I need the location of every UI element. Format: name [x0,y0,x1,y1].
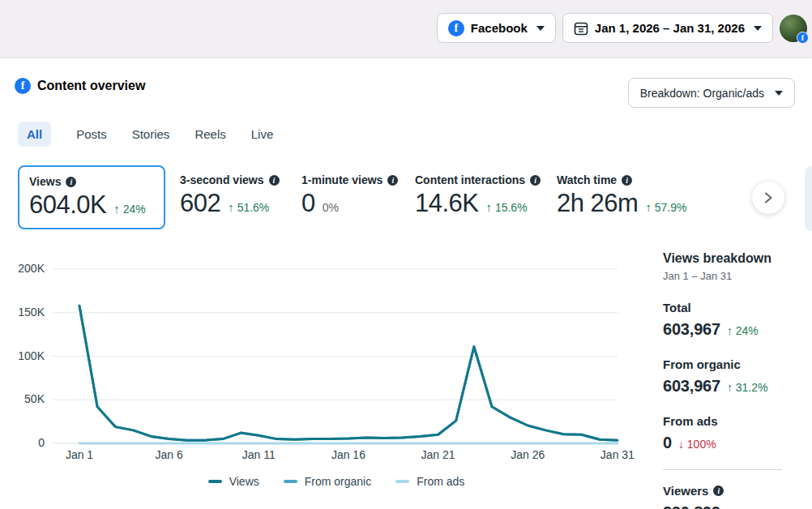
metric-label: 3-second views [180,173,264,186]
legend-label: From organic [305,475,371,488]
stat-delta: ↑ 24% [727,324,759,337]
legend-item-from-ads[interactable]: From ads [395,475,464,488]
line-chart-plot[interactable] [53,259,620,450]
metric-card-watch-time[interactable]: Watch time i 2h 26m ↑ 57.9% [557,173,687,218]
views-chart: 050K100K150K200K Jan 1Jan 6Jan 11Jan 16J… [0,259,648,503]
x-axis-label: Jan 31 [589,448,646,461]
legend-swatch [284,480,297,483]
chevron-right-icon [762,191,775,204]
stat-label: From ads [663,414,718,428]
info-icon[interactable]: i [530,175,541,186]
legend-swatch [208,480,222,483]
metric-value: 604.0K [29,190,106,220]
stat-total: Total 603,967 ↑ 24% [663,301,797,339]
panel-header: f Content overview [15,78,145,94]
metric-label: Views [29,175,61,188]
stat-value: 290,899 [663,503,720,509]
views-breakdown-title: Views breakdown [663,251,797,266]
stat-viewers: Viewers i 290,899 ↑ 57% [663,484,797,509]
metric-delta: ↑ 24% [113,202,145,216]
metric-card-1-minute-views[interactable]: 1-minute views i 0 0% [301,173,398,218]
page-title: Content overview [37,79,145,93]
chevron-down-icon [754,26,762,31]
x-axis-label: Jan 6 [141,448,198,461]
date-range-button[interactable]: Jan 1, 2026 – Jan 31, 2026 [562,13,773,43]
views-breakdown-daterange: Jan 1 – Jan 31 [663,270,797,282]
y-axis-label: 150K [6,306,45,319]
divider [663,469,782,470]
info-icon[interactable]: i [713,485,724,496]
x-axis-label: Jan 21 [410,448,467,461]
metric-card-views[interactable]: Views i 604.0K ↑ 24% [18,165,165,229]
metric-delta: ↑ 57.9% [645,200,686,214]
avatar[interactable]: f [780,15,807,42]
legend-item-from-organic[interactable]: From organic [284,475,371,488]
x-axis-label: Jan 26 [499,448,556,461]
metric-card-content-interactions[interactable]: Content interactions i 14.6K ↑ 15.6% [415,173,541,218]
metric-value: 2h 26m [557,189,638,218]
topbar-controls: f Facebook Jan 1, 2026 – Jan 31, 2026 [437,13,807,43]
metric-label: 1-minute views [301,173,382,186]
metric-card-3-second-views[interactable]: 3-second views i 602 ↑ 51.6% [180,173,280,218]
stat-from-ads: From ads 0 ↓ 100% [663,414,797,452]
asset-selector-button[interactable]: f Facebook [437,13,556,43]
breakdown-select[interactable]: Breakdown: Organic/ads [628,78,795,108]
x-axis-label: Jan 1 [51,448,108,461]
calendar-icon [574,21,588,36]
tab-all[interactable]: All [18,122,51,147]
metric-label: Watch time [557,173,617,186]
tab-posts[interactable]: Posts [76,122,107,147]
asset-selector-label: Facebook [471,21,528,35]
stat-value: 0 [663,434,672,452]
info-icon[interactable]: i [387,175,398,186]
stat-label: From organic [663,357,741,371]
topbar: f Facebook Jan 1, 2026 – Jan 31, 2026 [0,0,812,58]
stat-delta: ↑ 31.2% [727,381,768,394]
chart-legend: ViewsFrom organicFrom ads [53,475,620,488]
metric-value: 0 [301,189,315,218]
y-axis-label: 50K [6,392,45,405]
peek-next-card [805,166,812,231]
stat-value: 603,967 [663,377,720,396]
x-axis-tick-labels: Jan 1Jan 6Jan 11Jan 16Jan 21Jan 26Jan 31 [0,448,648,464]
carousel-next-button[interactable] [752,182,784,214]
legend-label: From ads [417,475,464,488]
facebook-icon: f [448,20,464,36]
tab-reels[interactable]: Reels [194,122,225,147]
y-axis-label: 100K [6,349,45,362]
tab-live[interactable]: Live [251,122,274,147]
stat-delta: ↓ 100% [678,438,716,451]
chevron-down-icon [775,91,783,96]
y-axis-label: 0 [6,436,45,449]
info-icon[interactable]: i [269,175,280,186]
breakdown-label: Breakdown: Organic/ads [640,87,764,100]
metric-value: 602 [180,189,220,218]
content-tabs: All Posts Stories Reels Live [18,122,273,147]
facebook-icon: f [15,78,31,94]
stat-value: 603,967 [663,320,720,339]
chevron-down-icon [536,26,545,31]
stat-label: Total [663,301,691,314]
metric-delta: ↑ 51.6% [228,200,269,214]
info-icon[interactable]: i [622,175,632,186]
meta-business-suite-insights: f Facebook Jan 1, 2026 – Jan 31, 2026 [0,0,812,509]
views-breakdown-panel: Views breakdown Jan 1 – Jan 31 Total 603… [663,251,797,509]
metric-delta: ↑ 15.6% [486,200,528,214]
legend-label: Views [229,475,259,488]
date-range-label: Jan 1, 2026 – Jan 31, 2026 [595,21,745,35]
legend-item-views[interactable]: Views [208,475,259,488]
tab-stories[interactable]: Stories [132,122,170,147]
stat-from-organic: From organic 603,967 ↑ 31.2% [663,357,797,396]
content-overview-panel: f Content overview Breakdown: Organic/ad… [0,58,812,509]
facebook-badge-icon: f [797,32,809,44]
metric-delta: 0% [323,201,339,214]
metric-label: Content interactions [415,173,525,186]
info-icon[interactable]: i [66,177,76,187]
y-axis-tick-labels: 050K100K150K200K [6,259,45,450]
stat-label: Viewers [663,484,708,498]
x-axis-label: Jan 11 [230,448,287,461]
y-axis-label: 200K [6,262,45,275]
legend-swatch [395,480,409,483]
x-axis-label: Jan 16 [320,448,377,461]
metric-value: 14.6K [415,189,479,218]
